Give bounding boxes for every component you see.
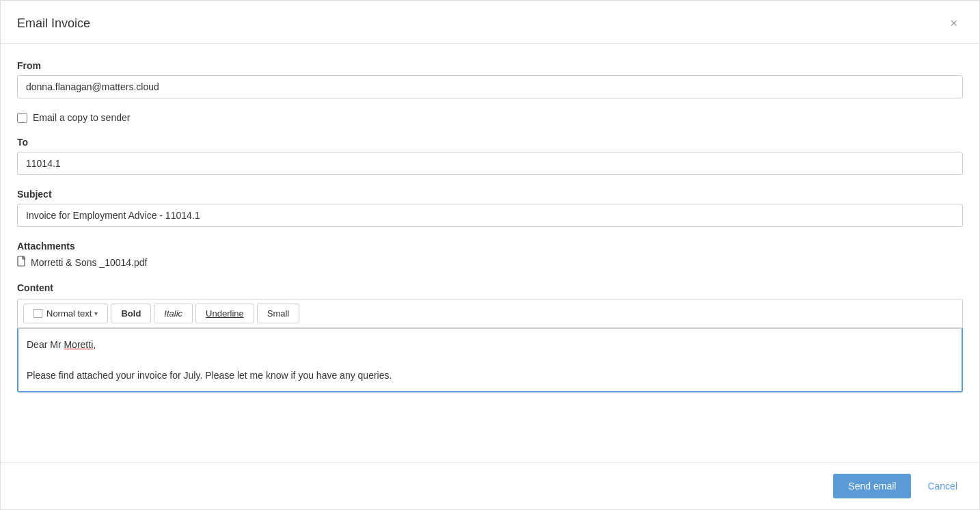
file-icon <box>17 256 27 269</box>
to-group: To <box>17 137 963 175</box>
send-email-button[interactable]: Send email <box>833 474 911 498</box>
attachment-filename: Morretti & Sons _10014.pdf <box>31 257 147 268</box>
content-label: Content <box>17 282 963 293</box>
subject-group: Subject <box>17 189 963 227</box>
content-section: Content Normal text ▾ Bold Italic Underl… <box>17 282 963 392</box>
attachment-item: Morretti & Sons _10014.pdf <box>17 256 963 269</box>
to-input[interactable] <box>17 152 963 175</box>
modal-footer: Send email Cancel <box>1 462 979 509</box>
modal-overlay: Email Invoice × From Email a copy to sen… <box>0 0 980 510</box>
editor-line1: Dear Mr Moretti, <box>27 337 953 352</box>
attachments-group: Attachments Morretti & Sons _10014.pdf <box>17 241 963 269</box>
subject-label: Subject <box>17 189 963 200</box>
editor-line2: Please find attached your invoice for Ju… <box>27 368 953 383</box>
normal-text-checkbox-icon <box>33 309 42 318</box>
dropdown-arrow-icon: ▾ <box>94 310 98 317</box>
attachments-label: Attachments <box>17 241 963 252</box>
moretti-name: Moretti <box>64 339 93 350</box>
normal-text-label: Normal text <box>46 308 92 319</box>
to-label: To <box>17 137 963 148</box>
content-toolbar: Normal text ▾ Bold Italic Underline Smal… <box>17 299 963 328</box>
email-copy-checkbox[interactable] <box>17 113 27 123</box>
close-button[interactable]: × <box>944 14 963 32</box>
italic-button[interactable]: Italic <box>154 304 193 323</box>
bold-button[interactable]: Bold <box>111 304 151 323</box>
modal-body: From Email a copy to sender To Subject A… <box>1 44 979 464</box>
email-copy-label[interactable]: Email a copy to sender <box>33 112 130 123</box>
from-label: From <box>17 60 963 71</box>
from-input[interactable] <box>17 75 963 98</box>
subject-input[interactable] <box>17 204 963 227</box>
cancel-button[interactable]: Cancel <box>922 474 963 498</box>
from-group: From <box>17 60 963 98</box>
small-button[interactable]: Small <box>257 304 300 323</box>
email-copy-group: Email a copy to sender <box>17 112 963 123</box>
underline-button[interactable]: Underline <box>195 304 254 323</box>
modal-title: Email Invoice <box>17 16 90 31</box>
normal-text-button[interactable]: Normal text ▾ <box>23 304 108 323</box>
email-content-editor[interactable]: Dear Mr Moretti, Please find attached yo… <box>17 328 963 392</box>
modal-header: Email Invoice × <box>1 1 979 44</box>
